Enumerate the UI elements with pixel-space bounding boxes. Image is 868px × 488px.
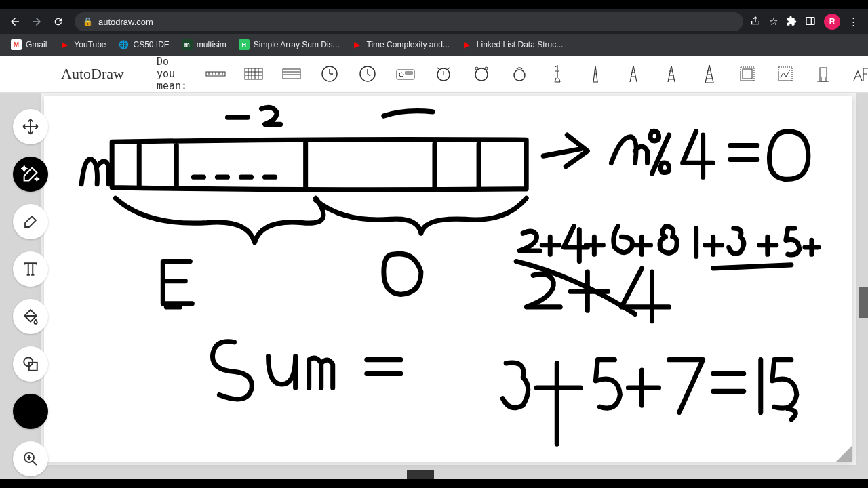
bookmark-multisim[interactable]: mmultisim bbox=[178, 37, 231, 53]
svg-rect-26 bbox=[406, 72, 412, 74]
svg-point-33 bbox=[485, 67, 488, 70]
resize-corner-icon[interactable] bbox=[836, 445, 852, 462]
svg-rect-37 bbox=[778, 67, 792, 81]
app-title: AutoDraw bbox=[61, 65, 124, 83]
suggestion-clock1[interactable] bbox=[319, 63, 340, 85]
svg-rect-52 bbox=[29, 363, 37, 371]
vertical-scrollbar[interactable] bbox=[859, 287, 868, 318]
svg-point-32 bbox=[475, 67, 478, 70]
text-tool[interactable] bbox=[13, 251, 48, 287]
bookmark-yt-linked[interactable]: ▶Linked List Data Struc... bbox=[458, 37, 567, 53]
fill-tool[interactable] bbox=[13, 299, 48, 334]
horizontal-scrollbar[interactable] bbox=[407, 470, 434, 479]
shape-tool[interactable] bbox=[13, 346, 48, 382]
svg-point-25 bbox=[399, 73, 403, 77]
suggestion-eiffel1[interactable] bbox=[623, 63, 644, 85]
bookmark-cs50[interactable]: 🌐CS50 IDE bbox=[115, 37, 174, 53]
suggestion-building[interactable] bbox=[812, 63, 834, 85]
svg-rect-15 bbox=[283, 69, 300, 79]
suggestion-alarm3[interactable] bbox=[509, 63, 530, 85]
svg-line-29 bbox=[447, 68, 450, 70]
gmail-icon: M bbox=[11, 39, 22, 50]
svg-line-54 bbox=[33, 461, 37, 465]
bookmarks-bar: MGmail ▶YouTube 🌐CS50 IDE mmultisim HSim… bbox=[0, 34, 868, 56]
autodraw-app: AutoDraw Do you mean: bbox=[0, 56, 868, 479]
bookmark-youtube[interactable]: ▶YouTube bbox=[55, 37, 110, 53]
app-header: AutoDraw Do you mean: bbox=[0, 56, 868, 93]
youtube-icon: ▶ bbox=[352, 39, 363, 50]
svg-point-31 bbox=[475, 68, 488, 81]
move-tool[interactable] bbox=[13, 109, 48, 144]
svg-rect-36 bbox=[743, 69, 752, 79]
suggestion-statue[interactable] bbox=[547, 63, 568, 85]
suggestion-tower1[interactable] bbox=[585, 63, 606, 85]
suggestion-alarm2[interactable] bbox=[471, 63, 492, 85]
svg-line-23 bbox=[368, 74, 370, 76]
youtube-icon: ▶ bbox=[59, 39, 70, 50]
svg-rect-0 bbox=[806, 17, 814, 24]
profile-avatar[interactable]: R bbox=[824, 14, 840, 30]
suggestion-strip bbox=[205, 63, 868, 85]
forward-button[interactable] bbox=[27, 12, 46, 31]
suggestion-keyboard1[interactable] bbox=[243, 63, 264, 85]
autodraw-tool[interactable] bbox=[13, 157, 48, 192]
suggestion-stamp2[interactable] bbox=[774, 63, 796, 85]
suggestion-ruler[interactable] bbox=[205, 63, 226, 85]
draw-tool[interactable] bbox=[13, 204, 48, 239]
suggestion-clock2[interactable] bbox=[357, 63, 378, 85]
url-text: autodraw.com bbox=[98, 17, 153, 27]
suggestion-complex[interactable] bbox=[850, 63, 868, 85]
address-bar: 🔒 autodraw.com ☆ R ⋮ bbox=[0, 9, 868, 34]
reload-button[interactable] bbox=[49, 12, 68, 31]
color-tool[interactable] bbox=[13, 394, 48, 429]
menu-dots-icon[interactable]: ⋮ bbox=[848, 16, 859, 28]
bookmark-star-icon[interactable]: ☆ bbox=[769, 16, 778, 28]
back-button[interactable] bbox=[5, 12, 24, 31]
share-icon[interactable] bbox=[750, 16, 761, 28]
suggestion-radio[interactable] bbox=[395, 63, 416, 85]
suggestion-alarm1[interactable] bbox=[433, 63, 454, 85]
zoom-tool[interactable] bbox=[13, 441, 48, 476]
bookmark-hackerrank[interactable]: HSimple Array Sum Dis... bbox=[235, 37, 344, 53]
globe-icon: 🌐 bbox=[119, 39, 130, 50]
lock-icon: 🔒 bbox=[83, 17, 93, 26]
drawing-canvas[interactable] bbox=[44, 96, 852, 462]
svg-point-34 bbox=[514, 70, 525, 81]
workspace bbox=[0, 93, 868, 479]
suggestion-keyboard2[interactable] bbox=[281, 63, 302, 85]
hackerrank-icon: H bbox=[239, 39, 250, 50]
bookmark-gmail[interactable]: MGmail bbox=[7, 37, 51, 53]
multisim-icon: m bbox=[182, 39, 193, 50]
svg-rect-8 bbox=[245, 68, 262, 79]
extensions-icon[interactable] bbox=[786, 16, 797, 28]
bookmark-yt-time[interactable]: ▶Time Complexity and... bbox=[348, 37, 454, 53]
suggestion-stamp1[interactable] bbox=[736, 63, 758, 85]
svg-line-28 bbox=[437, 68, 440, 70]
youtube-icon: ▶ bbox=[462, 39, 473, 50]
suggest-label: Do you mean: bbox=[157, 56, 187, 92]
left-toolbar bbox=[0, 93, 61, 479]
suggestion-eiffel3[interactable] bbox=[698, 63, 720, 85]
svg-point-51 bbox=[24, 357, 33, 366]
sidepanel-icon[interactable] bbox=[805, 16, 816, 28]
url-input[interactable]: 🔒 autodraw.com bbox=[75, 12, 743, 31]
suggestion-eiffel2[interactable] bbox=[660, 63, 682, 85]
